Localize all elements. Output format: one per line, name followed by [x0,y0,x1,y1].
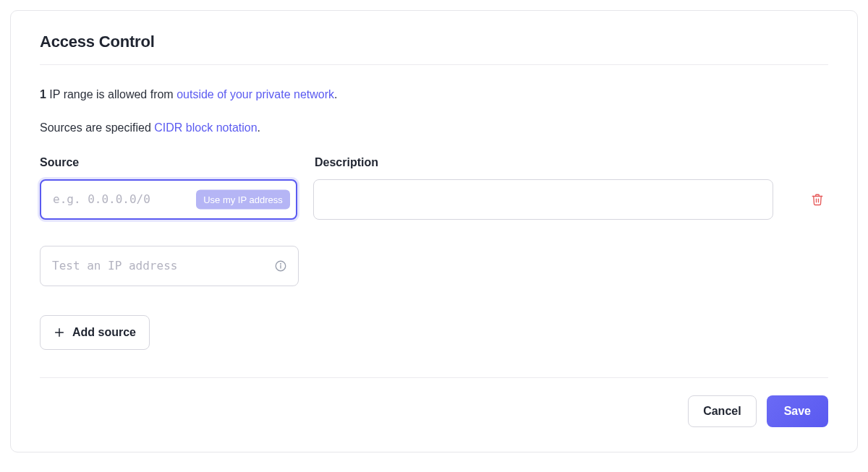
ip-range-summary: 1 IP range is allowed from outside of yo… [40,88,828,101]
svg-point-2 [281,264,281,265]
cidr-text-before: Sources are specified [40,121,154,134]
divider-bottom [40,377,828,378]
save-button[interactable]: Save [767,395,828,427]
actions-column-spacer [793,156,828,169]
ip-range-count: 1 [40,88,46,100]
footer-actions: Cancel Save [40,395,828,427]
column-headers: Source Description [40,156,828,169]
source-row: Use my IP address [40,179,828,220]
test-ip-wrapper [40,246,299,286]
cidr-notation-line: Sources are specified CIDR block notatio… [40,121,828,134]
add-source-label: Add source [72,326,136,339]
delete-row-button[interactable] [807,189,828,210]
plus-icon [54,327,65,338]
description-column-label: Description [315,156,778,169]
cancel-button[interactable]: Cancel [688,395,756,427]
panel-title: Access Control [40,33,828,51]
ip-range-text-before: IP range is allowed from [46,88,176,100]
use-my-ip-button[interactable]: Use my IP address [196,190,290,210]
source-column-label: Source [40,156,299,169]
test-ip-input[interactable] [40,246,299,286]
outside-network-link[interactable]: outside of your private network [176,88,334,100]
ip-range-text-after: . [334,88,337,100]
info-icon[interactable] [274,259,287,273]
description-input[interactable] [313,179,773,220]
cidr-text-after: . [258,121,260,134]
trash-icon [811,193,824,206]
source-input-wrapper: Use my IP address [40,179,297,220]
divider-top [40,64,828,65]
access-control-panel: Access Control 1 IP range is allowed fro… [10,10,858,452]
cidr-notation-link[interactable]: CIDR block notation [154,121,257,134]
add-source-button[interactable]: Add source [40,315,150,350]
